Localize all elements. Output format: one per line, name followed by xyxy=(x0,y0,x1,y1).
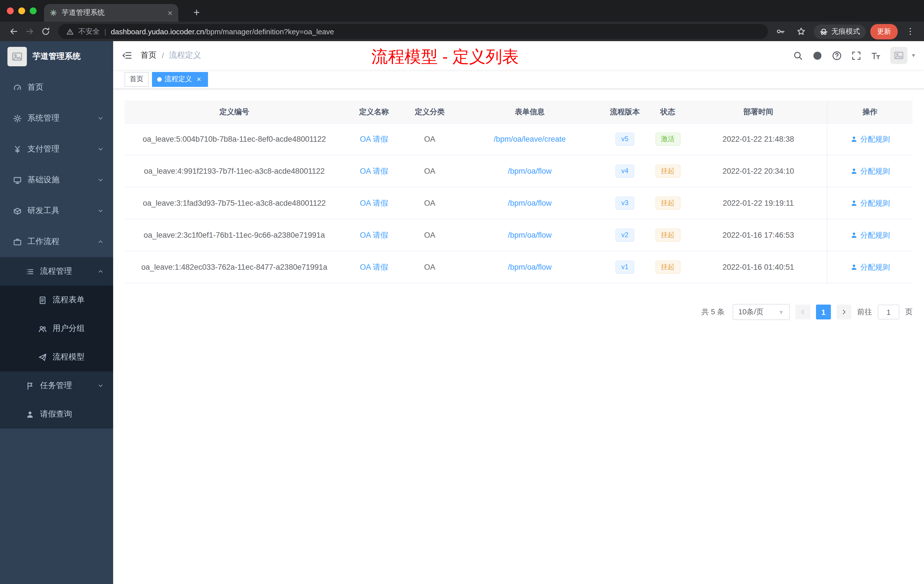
incognito-badge: 无痕模式 xyxy=(814,24,866,39)
window-close-button[interactable] xyxy=(7,7,14,14)
font-size-icon[interactable] xyxy=(871,51,881,60)
tab-close-icon[interactable]: × xyxy=(167,8,173,17)
definition-name-link[interactable]: OA 请假 xyxy=(360,198,388,208)
sidebar-item-workflow[interactable]: 工作流程 xyxy=(0,226,113,257)
version-badge: v1 xyxy=(615,260,634,274)
assign-rule-link[interactable]: 分配规则 xyxy=(850,230,890,240)
sidebar-item-process-management[interactable]: 流程管理 xyxy=(0,257,113,286)
sidebar-item-dev-tools[interactable]: 研发工具 xyxy=(0,195,113,226)
form-link[interactable]: /bpm/oa/leave/create xyxy=(494,135,566,144)
github-icon[interactable] xyxy=(813,51,822,60)
fullscreen-icon[interactable] xyxy=(851,51,861,60)
person-icon xyxy=(850,264,858,271)
sidebar-item-task-management[interactable]: 任务管理 xyxy=(0,371,113,400)
cell-process-version: v1 xyxy=(604,251,646,283)
app-title: 芋道管理系统 xyxy=(33,51,81,62)
pagination: 共 5 条 10条/页 ▼ 1 前往 页 xyxy=(125,304,912,320)
not-secure-warning-icon xyxy=(66,28,74,35)
page-size-select[interactable]: 10条/页 ▼ xyxy=(733,304,790,320)
next-page-button[interactable] xyxy=(837,305,851,319)
hamburger-icon[interactable] xyxy=(113,50,140,61)
sidebar-item-process-model[interactable]: 流程模型 xyxy=(0,343,113,371)
cell-form-info: /bpm/oa/flow xyxy=(455,251,604,283)
assign-rule-link[interactable]: 分配规则 xyxy=(850,262,890,272)
sidebar-item-infrastructure[interactable]: 基础设施 xyxy=(0,165,113,195)
chevron-down-icon xyxy=(97,382,104,389)
cell-status: 挂起 xyxy=(646,219,690,251)
search-icon[interactable] xyxy=(793,51,803,60)
cell-category: OA xyxy=(404,251,455,283)
column-header-process-version: 流程版本 xyxy=(604,101,646,123)
assign-rule-link[interactable]: 分配规则 xyxy=(850,198,890,208)
person-icon xyxy=(850,135,858,143)
forward-button[interactable] xyxy=(22,23,38,40)
sidebar-item-leave-query[interactable]: 请假查询 xyxy=(0,400,113,429)
status-badge: 挂起 xyxy=(655,228,680,242)
chevron-down-icon xyxy=(97,177,104,183)
form-link[interactable]: /bpm/oa/flow xyxy=(508,167,551,175)
definition-name-link[interactable]: OA 请假 xyxy=(360,166,388,176)
sidebar-item-system-management[interactable]: 系统管理 xyxy=(0,103,113,134)
form-link[interactable]: /bpm/oa/flow xyxy=(508,199,551,208)
page-content: 定义编号定义名称定义分类表单信息流程版本状态部署时间操作 oa_leave:5:… xyxy=(113,89,924,584)
cell-definition-name: OA 请假 xyxy=(344,155,404,187)
paper-plane-icon xyxy=(38,353,47,362)
password-key-icon[interactable] xyxy=(772,23,789,40)
cell-form-info: /bpm/oa/flow xyxy=(455,219,604,251)
definition-name-link[interactable]: OA 请假 xyxy=(360,134,388,144)
sidebar-item-payment-management[interactable]: 支付管理 xyxy=(0,134,113,165)
sidebar-item-label: 系统管理 xyxy=(27,113,59,124)
reload-button[interactable] xyxy=(38,23,54,40)
new-tab-button[interactable]: + xyxy=(188,5,205,21)
cell-process-version: v2 xyxy=(604,219,646,251)
status-badge: 挂起 xyxy=(655,164,680,178)
goto-page-input[interactable] xyxy=(878,305,899,319)
form-link[interactable]: /bpm/oa/flow xyxy=(508,263,551,271)
version-badge: v4 xyxy=(615,164,634,178)
window-minimize-button[interactable] xyxy=(18,7,25,14)
tag-首页[interactable]: 首页 xyxy=(125,72,148,87)
assign-rule-label: 分配规则 xyxy=(860,198,890,208)
app-logo-row: 芋道管理系统 xyxy=(0,41,113,72)
sidebar-item-label: 请假查询 xyxy=(40,409,72,419)
cell-definition-id: oa_leave:4:991f2193-7b7f-11ec-a3c8-acde4… xyxy=(125,155,344,187)
assign-rule-link[interactable]: 分配规则 xyxy=(850,134,890,144)
breadcrumb-home[interactable]: 首页 xyxy=(140,50,157,61)
assign-rule-link[interactable]: 分配规则 xyxy=(850,166,890,176)
address-bar[interactable]: 不安全 | dashboard.yudao.iocoder.cn/bpm/man… xyxy=(58,24,768,39)
column-header-definition-id: 定义编号 xyxy=(125,101,344,123)
cell-process-version: v4 xyxy=(604,155,646,187)
browser-menu-icon[interactable] xyxy=(902,23,918,40)
sidebar-item-home[interactable]: 首页 xyxy=(0,72,113,103)
definition-name-link[interactable]: OA 请假 xyxy=(360,230,388,240)
status-badge: 挂起 xyxy=(655,260,680,274)
sidebar-item-label: 首页 xyxy=(27,82,43,92)
browser-tab[interactable]: 芋道管理系统 × xyxy=(44,4,178,22)
version-badge: v3 xyxy=(615,196,634,210)
home-icon xyxy=(13,83,22,92)
user-avatar xyxy=(890,47,908,64)
breadcrumb-current: 流程定义 xyxy=(169,50,201,61)
flag-icon xyxy=(25,381,34,390)
cell-definition-id: oa_leave:2:3c1f0ef1-76b1-11ec-9c66-a2380… xyxy=(125,219,344,251)
bookmark-star-icon[interactable] xyxy=(793,23,809,40)
app-header: 首页 / 流程定义 流程模型 - 定义列表 ▼ xyxy=(113,41,924,70)
update-button[interactable]: 更新 xyxy=(870,24,898,39)
monitor-icon xyxy=(13,175,22,185)
back-button[interactable] xyxy=(6,23,22,40)
page-number-button[interactable]: 1 xyxy=(816,305,831,319)
window-zoom-button[interactable] xyxy=(30,7,36,14)
form-link[interactable]: /bpm/oa/flow xyxy=(508,231,551,239)
user-menu[interactable]: ▼ xyxy=(890,47,916,64)
cell-definition-name: OA 请假 xyxy=(344,219,404,251)
tag-流程定义[interactable]: 流程定义 × xyxy=(152,72,208,87)
list-icon xyxy=(25,267,34,276)
sidebar-item-user-group[interactable]: 用户分组 xyxy=(0,314,113,343)
cell-status: 挂起 xyxy=(646,251,690,283)
sidebar-item-process-form[interactable]: 流程表单 xyxy=(0,286,113,314)
help-icon[interactable] xyxy=(832,51,842,60)
cell-definition-id: oa_leave:5:004b710b-7b8a-11ec-8ef0-acde4… xyxy=(125,124,344,155)
definition-name-link[interactable]: OA 请假 xyxy=(360,262,388,272)
prev-page-button[interactable] xyxy=(795,305,810,319)
tag-close-icon[interactable]: × xyxy=(195,75,203,83)
